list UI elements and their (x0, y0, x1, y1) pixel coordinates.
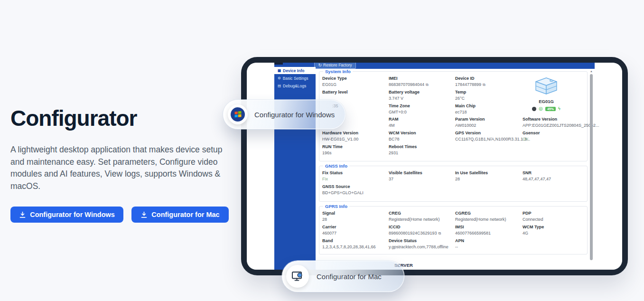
system-col-3: Device ID 17844778899⧉ Temp 26°C Main Ch… (455, 75, 522, 144)
field: Software Version APP:EG01GEZ001JTS20804S… (523, 116, 589, 130)
field-label: CREG (389, 210, 455, 216)
content-scrollbar[interactable]: ▲ (589, 69, 593, 268)
field: Main Chip ec718 (455, 103, 522, 117)
gprs-col-1: Signal 28 Carrier 460077 Band 1,2,3,4,5,… (322, 210, 389, 251)
field: GPS Version CC1167Q,G1B1,N/A,N1000R3.31.… (455, 130, 522, 144)
field: IMSI 460077666599581 (455, 224, 522, 238)
field-value: 4M (389, 122, 455, 128)
download-mac-label: Configurator for Mac (151, 211, 219, 218)
copy-icon[interactable]: ⧉ (439, 231, 441, 235)
field-label: RAM (389, 116, 455, 122)
download-windows-label: Configurator for Windows (30, 211, 115, 218)
sidebar-item[interactable]: ▦ Device Info (274, 67, 316, 74)
field-label: SNR (523, 170, 589, 176)
sidebar-item-icon: ⚙ (278, 76, 281, 80)
field-value: 37 (389, 176, 455, 182)
field: In Use Satellites 28 (455, 170, 522, 184)
field-label: Temp (455, 89, 522, 95)
landing-page: { "hero": { "title": "Configurator", "de… (0, 0, 644, 301)
field: ICCID 898600801924C3629193⧉ (389, 224, 455, 238)
field-value: 868387070984044⧉ (389, 82, 455, 88)
field-value: Connected (523, 216, 589, 222)
app-screenshot: ↻ Restore Factory ▦ Device Info ⚙ Basic … (247, 63, 622, 270)
download-windows-button[interactable]: Configurator for Windows (10, 207, 123, 223)
field-value: Registered(Home network) (455, 216, 522, 222)
field: IMEI 868387070984044⧉ (389, 75, 455, 89)
page-title: Configurator (10, 105, 137, 131)
status-dot-icon (532, 107, 536, 111)
refresh-icon: ↻ (318, 63, 322, 67)
field-value: -- (455, 244, 522, 250)
field-value: 460077 (322, 230, 389, 236)
field-label: Device Type (322, 75, 389, 82)
field-label: ICCID (389, 224, 455, 230)
download-mac-button[interactable]: Configurator for Mac (131, 207, 229, 223)
gprs-col-2: CREG Registered(Home network) ICCID 8986… (389, 210, 455, 251)
field: Fix Status Fix (322, 170, 389, 184)
field-value: CC1167Q,G1B1,N/A,N1000R3.31.1.3... (455, 136, 522, 142)
field-label: IMEI (389, 75, 455, 82)
field: Battery voltage 3.747 V (389, 89, 455, 103)
field-value: 898600801924C3629193⧉ (389, 230, 455, 236)
field: Hardware Version HW-EG01G_V1.00 (322, 130, 389, 144)
download-icon (140, 211, 148, 218)
field: CREG Registered(Home network) (389, 210, 455, 224)
field-label: WCM Type (523, 224, 589, 230)
sidebar-item-label: Basic Settings (283, 76, 308, 81)
sidebar-item[interactable]: ⚙ Basic Settings (274, 75, 316, 82)
field-value: AW010002 (455, 122, 522, 128)
field: WCM Type 4G (523, 224, 589, 238)
restore-factory-button[interactable]: ↻ Restore Factory (314, 63, 356, 69)
windows-download-pill[interactable]: Configurator for Windows (223, 100, 345, 129)
field-label: Visible Satellites (389, 170, 455, 176)
field-label: Time Zone (389, 103, 455, 109)
scroll-up-icon[interactable]: ▲ (589, 69, 593, 73)
windows-icon-circle (228, 104, 248, 124)
gprs-info-legend: GPRS Info (323, 204, 349, 209)
field: Device Type EG01G (322, 75, 389, 89)
field-value: 48,47,47,47,47 (523, 176, 589, 182)
field-value: BC78 (389, 136, 455, 142)
device-card: EG01G ◎ 45% ϟ (518, 76, 575, 111)
gnss-info-section: GNSS Info Fix Status Fix GNSS Source BD+… (319, 166, 588, 202)
field: PDP Connected (523, 210, 589, 224)
system-col-2: IMEI 868387070984044⧉ Battery voltage 3.… (389, 75, 455, 158)
mac-download-pill[interactable]: Configurator for Mac (282, 261, 404, 292)
field-value: Fix (322, 176, 389, 182)
copy-icon[interactable]: ⧉ (483, 83, 485, 87)
field-value: 460077666599581 (455, 230, 522, 236)
sidebar-item-icon: ▦ (278, 68, 281, 73)
copy-icon[interactable]: ⧉ (426, 83, 429, 87)
field-label: PDP (523, 210, 589, 216)
system-info-section: System Info Device Type EG01G Battery le… (319, 71, 588, 161)
sidebar-item[interactable]: ▤ Debug&Logs (274, 82, 316, 89)
field: GNSS Source BD+GPS+GLO+GALI (322, 184, 389, 198)
windows-pill-label: Configurator for Windows (254, 111, 335, 119)
field-value: ec718 (455, 109, 522, 115)
gnss-col-1: Fix Status Fix GNSS Source BD+GPS+GLO+GA… (322, 170, 389, 198)
field-label: WCM Version (389, 130, 455, 136)
field: Time Zone GMT+0:0 (389, 103, 455, 117)
field-label: In Use Satellites (455, 170, 522, 176)
field: Device ID 17844778899⧉ (455, 75, 522, 89)
field: RAM 4M (389, 116, 455, 130)
field: APN -- (455, 238, 522, 252)
field: WCM Version BC78 (389, 130, 455, 144)
field-label: Battery voltage (389, 89, 455, 95)
field: Reboot Times 2931 (389, 144, 455, 158)
app-sidebar (274, 63, 316, 270)
field-value: HW-EG01G_V1.00 (322, 136, 389, 142)
field-label: Signal (322, 210, 389, 216)
charging-bolt-icon: ϟ (558, 106, 560, 111)
mac-pill-label: Configurator for Mac (317, 273, 382, 281)
field-value: APP:EG01GEZ001JTS20804S_25052... (523, 122, 589, 128)
field-label: Reboot Times (389, 144, 455, 150)
field-value: BD+GPS+GLO+GALI (322, 190, 389, 196)
field: Visible Satellites 37 (389, 170, 455, 184)
scrollbar-thumb[interactable] (590, 74, 593, 260)
field-value: 3.747 V (389, 95, 455, 101)
field: Temp 26°C (455, 89, 522, 103)
field-label: APN (455, 238, 522, 244)
field: SNR 48,47,47,47,47 (523, 170, 589, 184)
gnss-col-3: In Use Satellites 28 (455, 170, 522, 184)
